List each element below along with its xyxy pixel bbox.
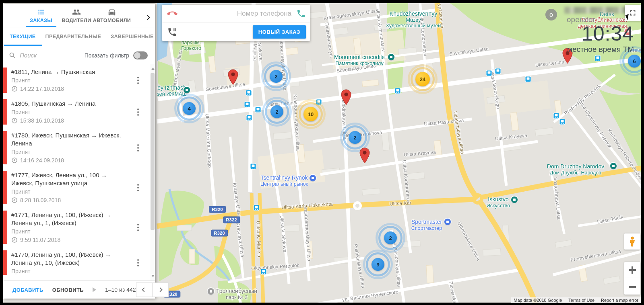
tram-stop-icon[interactable]: [495, 69, 501, 74]
poi-label[interactable]: SportmasterСпортмастер: [411, 219, 442, 231]
orders-scrollbar[interactable]: [150, 64, 155, 280]
order-menu-kebab-icon[interactable]: [137, 108, 139, 116]
cluster-marker[interactable]: 10: [303, 107, 318, 121]
poi-label-line: Троллейбусный: [216, 288, 257, 295]
scrollbar-thumb[interactable]: [151, 73, 155, 230]
zoom-in-button[interactable]: [624, 262, 640, 278]
tab-drivers[interactable]: ВОДИТЕЛИ: [59, 4, 94, 27]
hangup-call-icon[interactable]: [167, 8, 178, 19]
terms-of-use-link[interactable]: Terms of Use: [568, 298, 594, 303]
clock-icon: [11, 197, 18, 203]
order-time: 9:59 11.07.2018: [11, 236, 131, 244]
new-order-button[interactable]: НОВЫЙ ЗАКАЗ: [253, 25, 306, 39]
map-pin-marker[interactable]: [341, 89, 352, 105]
subtab-completed[interactable]: ЗАВЕРШЕННЫЕ: [106, 27, 159, 46]
chevron-right-icon: [145, 15, 150, 20]
poi-label-line: Tsentral'nyy Rynok: [260, 174, 308, 181]
order-card[interactable]: #1777, Ижевск, Ленина ул., 100 → Ижевск,…: [3, 171, 144, 204]
sidebar: ЗАКАЗЫ ВОДИТЕЛИ АВТОМОБИЛИ ТЕКУЩИЕ ПРЕДВ…: [3, 4, 155, 299]
map-pin-marker[interactable]: [359, 147, 370, 164]
poi-label[interactable]: Dom Druzhby NarodovДом Дружбы Народов: [547, 163, 604, 176]
order-timestamp: 15:38 16.10.2018: [20, 117, 64, 125]
order-card[interactable]: #1805, Пушкинская → ЛенинаПринят15:38 16…: [3, 99, 144, 125]
cars-icon: [107, 8, 116, 16]
zoom-out-button[interactable]: [624, 279, 640, 295]
tram-stop-icon[interactable]: [261, 269, 266, 274]
order-title: #1811, Ленина → Пушкинская: [11, 68, 131, 76]
order-card[interactable]: #1811, Ленина → ПушкинскаяПринят14:22 17…: [3, 68, 144, 93]
tram-stop-icon[interactable]: [487, 71, 492, 76]
pagination: [136, 282, 169, 297]
main-tabs: ЗАКАЗЫ ВОДИТЕЛИ АВТОМОБИЛИ: [3, 4, 155, 27]
avatar[interactable]: o: [545, 9, 557, 20]
order-menu-kebab-icon[interactable]: [137, 144, 139, 151]
order-title: #1805, Пушкинская → Ленина: [11, 100, 131, 108]
cluster-marker[interactable]: 2: [349, 131, 361, 144]
tram-stop-icon[interactable]: [554, 113, 559, 119]
search-input[interactable]: [19, 51, 75, 59]
order-time: 15:38 16.10.2018: [11, 117, 131, 125]
poi-label[interactable]: Троллейбусныйпарк № 2: [216, 288, 257, 300]
tram-stop-icon[interactable]: [595, 56, 601, 61]
subtab-preliminary[interactable]: ПРЕДВАРИТЕЛЬНЫЕ: [41, 27, 106, 46]
order-menu-kebab-icon[interactable]: [137, 77, 139, 84]
cluster-marker[interactable]: 4: [183, 102, 196, 115]
tram-stop-icon[interactable]: [526, 77, 531, 82]
phone-number-input[interactable]: [182, 9, 292, 18]
order-status: Принят: [11, 108, 131, 116]
poi-label-line: Искусство: [487, 203, 510, 209]
tram-stop-icon[interactable]: [256, 107, 261, 113]
order-menu-kebab-icon[interactable]: [137, 184, 139, 191]
tram-stop-icon[interactable]: [246, 90, 252, 96]
shopping-poi-icon[interactable]: [444, 219, 451, 225]
next-page-button[interactable]: [153, 283, 169, 297]
cluster-marker[interactable]: 2: [384, 231, 397, 244]
pegman-button[interactable]: [624, 233, 640, 250]
cluster-marker[interactable]: 2: [270, 105, 283, 118]
tram-stop-icon[interactable]: [247, 115, 252, 121]
poi-label[interactable]: IskustvoИскусство: [487, 196, 510, 209]
scroll-up-icon[interactable]: [151, 68, 155, 70]
map-pin-marker[interactable]: [228, 69, 239, 85]
transit-depot-poi-icon[interactable]: [208, 288, 214, 295]
cluster-marker[interactable]: 24: [415, 72, 430, 86]
tram-stop-icon[interactable]: [251, 164, 256, 169]
clock-icon: [11, 237, 18, 243]
monument-poi-icon[interactable]: [388, 54, 394, 60]
report-map-error-link[interactable]: Report a map error: [601, 298, 638, 303]
tab-orders[interactable]: ЗАКАЗЫ: [23, 4, 59, 27]
phone-paused-icon[interactable]: [167, 27, 178, 37]
order-menu-kebab-icon[interactable]: [137, 259, 139, 266]
tram-stop-icon[interactable]: [395, 88, 400, 94]
shopping-poi-icon[interactable]: [310, 175, 316, 181]
show-filter-toggle[interactable]: [133, 51, 148, 59]
refresh-button[interactable]: ОБНОВИТЬ: [49, 285, 87, 295]
poi-label-line: Центральный рынок: [260, 181, 308, 187]
call-icon[interactable]: [296, 9, 306, 18]
tabs-expand-button[interactable]: [146, 14, 149, 21]
museum-poi-icon[interactable]: [610, 163, 617, 169]
poi-label[interactable]: Monument crocodileПамятник крокодилу: [334, 54, 385, 66]
order-status: Принят: [11, 148, 131, 156]
cluster-marker[interactable]: 6: [628, 55, 641, 68]
tram-stop-icon[interactable]: [245, 102, 250, 107]
order-menu-kebab-icon[interactable]: [137, 224, 139, 231]
cluster-marker[interactable]: 2: [270, 70, 283, 83]
art-poi-icon[interactable]: [511, 197, 518, 203]
poi-label[interactable]: Tsentral'nyy RynokЦентральный рынок: [260, 174, 308, 187]
subtab-current[interactable]: ТЕКУЩИЕ: [5, 27, 41, 46]
prev-page-button[interactable]: [136, 283, 153, 297]
order-card[interactable]: #1770, Ленина ул., 100, (Ижевск) → Ленин…: [3, 250, 144, 275]
order-card[interactable]: #1771, Ленина ул., 100, (Ижевск) → Ленин…: [3, 211, 144, 244]
tram-stop-icon[interactable]: [254, 205, 259, 211]
order-card[interactable]: #1780, Ижевск, Пушкинская → Ижевск, Лени…: [3, 131, 144, 164]
cluster-marker[interactable]: 9: [372, 258, 384, 271]
avatar-letter: o: [549, 11, 553, 18]
museum-poi-icon[interactable]: [184, 87, 190, 93]
scroll-down-icon[interactable]: [151, 275, 155, 277]
tab-cars[interactable]: АВТОМОБИЛИ: [94, 4, 130, 27]
poi-label[interactable]: KhudozhestvennyyMuzeyХудожественный музе…: [386, 10, 441, 29]
autorefresh-play-icon[interactable]: [93, 287, 96, 292]
add-order-button[interactable]: ДОБАВИТЬ: [9, 285, 47, 295]
tram-stop-icon[interactable]: [560, 119, 565, 125]
